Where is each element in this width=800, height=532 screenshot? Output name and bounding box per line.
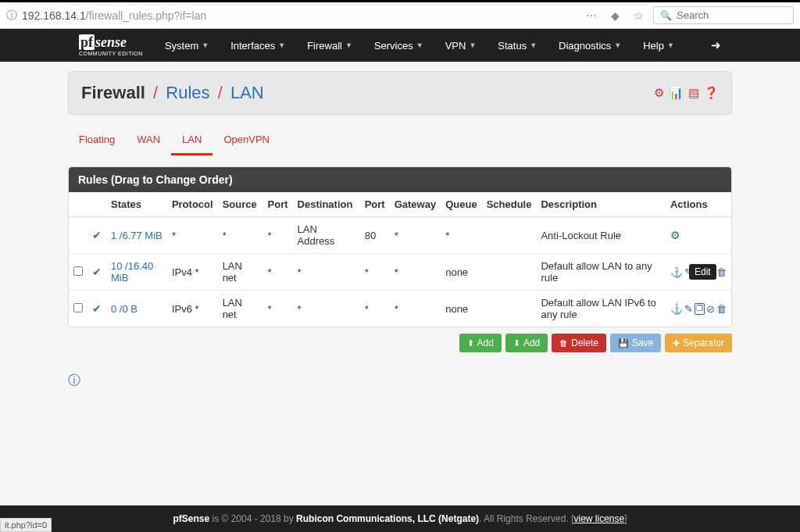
- cell-dport: *: [360, 254, 390, 291]
- cell-protocol: *: [167, 217, 218, 254]
- table-row[interactable]: ✔1 /6.77 MiB***LAN Address80**Anti-Locko…: [69, 217, 731, 254]
- cell-desc: Default allow LAN IPv6 to any rule: [536, 291, 666, 327]
- url-path: /firewall_rules.php?if=lan: [86, 9, 206, 22]
- title-firewall: Firewall: [81, 83, 145, 102]
- logo-pf: pf: [79, 34, 95, 50]
- delete-icon[interactable]: 🗑: [716, 266, 727, 278]
- add-bottom-button[interactable]: ⬇Add: [505, 334, 548, 352]
- table-row[interactable]: ✔0 /0 BIPv6 *LAN net****noneDefault allo…: [69, 291, 731, 327]
- stats-icon[interactable]: 📊: [669, 86, 684, 100]
- tab-floating[interactable]: Floating: [68, 126, 126, 155]
- save-button[interactable]: 💾Save: [610, 334, 661, 352]
- delete-button[interactable]: 🗑Delete: [552, 334, 606, 352]
- page-title-card: Firewall / Rules / LAN ⚙ 📊 ▤ ❓: [68, 71, 732, 115]
- cell-sport: *: [263, 217, 293, 254]
- col-header-8: Gateway: [390, 192, 441, 217]
- logo-subtitle: COMMUNITY EDITION: [79, 51, 143, 56]
- add-top-button[interactable]: ⬆Add: [459, 334, 502, 352]
- info-icon[interactable]: ⓘ: [68, 373, 80, 389]
- row-select-checkbox[interactable]: [73, 303, 83, 312]
- panel-header: Rules (Drag to Change Order): [69, 167, 731, 192]
- interface-tabs: FloatingWANLANOpenVPN: [68, 126, 732, 155]
- arrow-up-icon: ⬆: [467, 338, 474, 348]
- help-icon[interactable]: ❓: [704, 86, 719, 100]
- col-header-12: Actions: [666, 192, 731, 217]
- cell-gateway: *: [390, 217, 441, 254]
- pocket-icon[interactable]: ◆: [606, 9, 624, 22]
- save-label: Save: [632, 337, 653, 348]
- more-icon[interactable]: ⋯: [581, 9, 602, 22]
- arrow-down-icon: ⬇: [513, 338, 520, 348]
- gear-icon[interactable]: ⚙: [670, 229, 680, 241]
- cell-dest: *: [293, 254, 360, 291]
- plus-icon: ✚: [673, 338, 680, 348]
- pass-icon: ✔: [92, 302, 102, 315]
- logo[interactable]: pfsense COMMUNITY EDITION: [68, 35, 154, 56]
- col-header-5: Port: [263, 192, 293, 217]
- nav-firewall[interactable]: Firewall▼: [296, 29, 363, 62]
- cell-gateway: *: [390, 254, 441, 291]
- site-info-icon[interactable]: ⓘ: [6, 9, 17, 23]
- nav-diagnostics[interactable]: Diagnostics▼: [548, 29, 632, 62]
- states-link[interactable]: 1 /6.77 MiB: [111, 230, 162, 241]
- tab-lan[interactable]: LAN: [171, 126, 212, 155]
- cell-schedule: [482, 291, 537, 327]
- nav-status[interactable]: Status▼: [487, 29, 548, 62]
- browser-addressbar: ⓘ 192.168.14.1/firewall_rules.php?if=lan…: [0, 2, 800, 29]
- col-header-6: Destination: [293, 192, 360, 217]
- cell-sport: *: [263, 291, 293, 327]
- rules-panel: Rules (Drag to Change Order) StatesProto…: [68, 166, 732, 327]
- url-display[interactable]: 192.168.14.1/firewall_rules.php?if=lan: [22, 9, 206, 22]
- row-select-checkbox[interactable]: [73, 266, 83, 276]
- nav-help[interactable]: Help▼: [632, 29, 685, 62]
- col-header-11: Description: [536, 192, 666, 217]
- table-row[interactable]: ✔10 /16.40 MiBIPv4 *LAN net****noneDefau…: [69, 254, 731, 291]
- cell-desc: Anti-Lockout Rule: [536, 217, 666, 254]
- tab-wan[interactable]: WAN: [126, 126, 171, 155]
- nav-vpn[interactable]: VPN▼: [434, 29, 488, 62]
- col-header-2: States: [106, 192, 167, 217]
- nav-interfaces[interactable]: Interfaces▼: [220, 29, 296, 62]
- col-header-9: Queue: [441, 192, 481, 217]
- separator-button[interactable]: ✚Separator: [665, 334, 732, 352]
- cell-source: LAN net: [218, 291, 263, 327]
- star-icon[interactable]: ☆: [629, 9, 648, 22]
- cell-protocol: IPv6 *: [167, 291, 218, 327]
- search-input[interactable]: [677, 9, 800, 21]
- states-link[interactable]: 10 /16.40 MiB: [111, 260, 153, 284]
- cell-source: *: [218, 217, 263, 254]
- pass-icon: ✔: [92, 266, 102, 278]
- delete-icon[interactable]: 🗑: [716, 303, 727, 315]
- logo-main: sense: [95, 34, 127, 50]
- url-host: 192.168.14.1: [22, 9, 86, 22]
- add-bottom-label: Add: [523, 337, 540, 348]
- title-rules[interactable]: Rules: [166, 83, 209, 102]
- anchor-icon[interactable]: ⚓: [670, 266, 683, 278]
- tab-openvpn[interactable]: OpenVPN: [212, 126, 280, 155]
- cell-desc: Default allow LAN to any rule: [536, 254, 666, 291]
- cell-schedule: [482, 254, 537, 291]
- browser-search[interactable]: 🔍: [653, 6, 794, 24]
- settings-icon[interactable]: ⚙: [654, 86, 664, 100]
- disable-icon[interactable]: ⊘: [706, 303, 715, 315]
- states-link[interactable]: 0 /0 B: [111, 303, 138, 315]
- cell-dest: LAN Address: [293, 217, 360, 254]
- pass-icon: ✔: [92, 229, 102, 241]
- col-header-0: [69, 192, 88, 217]
- copy-icon[interactable]: ❐: [695, 303, 705, 315]
- col-header-3: Protocol: [167, 192, 218, 217]
- col-header-4: Source: [218, 192, 263, 217]
- rules-table: StatesProtocolSourcePortDestinationPortG…: [69, 192, 731, 327]
- anchor-icon[interactable]: ⚓: [670, 303, 683, 315]
- log-icon[interactable]: ▤: [688, 86, 699, 100]
- nav-system[interactable]: System▼: [154, 29, 220, 62]
- logout-icon[interactable]: ➜: [711, 38, 721, 52]
- title-lan[interactable]: LAN: [230, 83, 264, 102]
- cell-queue: none: [441, 291, 481, 327]
- top-nav: pfsense COMMUNITY EDITION System▼Interfa…: [0, 29, 800, 62]
- edit-icon[interactable]: ✎: [684, 303, 693, 315]
- nav-services[interactable]: Services▼: [363, 29, 434, 62]
- save-icon: 💾: [618, 338, 629, 348]
- cell-dport: *: [360, 291, 390, 327]
- cell-queue: *: [441, 217, 481, 254]
